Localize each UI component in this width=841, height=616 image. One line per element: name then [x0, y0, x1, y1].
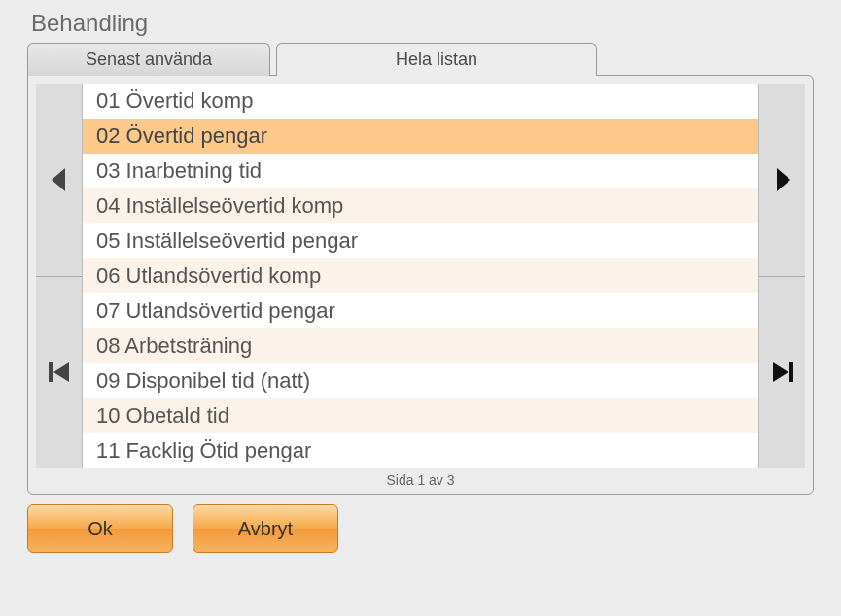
ok-button[interactable]: Ok: [27, 504, 173, 553]
first-page-button[interactable]: [36, 276, 82, 469]
list-item[interactable]: 01 Övertid komp: [83, 84, 758, 119]
page-title: Behandling: [31, 10, 814, 37]
list-panel: 01 Övertid komp02 Övertid pengar03 Inarb…: [27, 75, 814, 495]
pager-label: Sida 1 av 3: [36, 468, 805, 490]
item-list: 01 Övertid komp02 Övertid pengar03 Inarb…: [83, 84, 758, 468]
nav-left-column: [36, 84, 83, 468]
list-item[interactable]: 07 Utlandsövertid pengar: [83, 293, 758, 328]
tab-all[interactable]: Hela listan: [276, 43, 597, 76]
svg-marker-0: [52, 168, 65, 191]
tab-bar: Senast använda Hela listan: [27, 43, 814, 76]
last-page-button[interactable]: [759, 276, 805, 469]
list-item[interactable]: 11 Facklig Ötid pengar: [83, 433, 758, 468]
svg-marker-2: [53, 362, 69, 382]
list-item[interactable]: 04 Inställelseövertid komp: [83, 188, 758, 223]
cancel-button[interactable]: Avbryt: [193, 504, 338, 553]
nav-right-column: [758, 84, 805, 468]
list-item[interactable]: 06 Utlandsövertid komp: [83, 258, 758, 293]
svg-marker-3: [777, 168, 790, 191]
list-item[interactable]: 09 Disponibel tid (natt): [83, 363, 758, 398]
prev-page-button[interactable]: [36, 84, 82, 276]
next-page-button[interactable]: [759, 84, 805, 276]
svg-marker-5: [773, 362, 788, 382]
triangle-left-icon: [50, 166, 69, 193]
list-item[interactable]: 08 Arbetsträning: [83, 328, 758, 363]
list-item[interactable]: 02 Övertid pengar: [83, 119, 758, 154]
tab-recent[interactable]: Senast använda: [27, 43, 270, 76]
list-item[interactable]: 05 Inställelseövertid pengar: [83, 223, 758, 258]
dialog-footer: Ok Avbryt: [27, 504, 814, 553]
triangle-right-icon: [773, 166, 792, 193]
svg-rect-1: [49, 362, 53, 382]
list-item[interactable]: 10 Obetald tid: [83, 398, 758, 433]
skip-first-icon: [48, 360, 71, 384]
svg-rect-4: [789, 362, 793, 382]
skip-last-icon: [771, 360, 794, 384]
list-item[interactable]: 03 Inarbetning tid: [83, 154, 758, 188]
